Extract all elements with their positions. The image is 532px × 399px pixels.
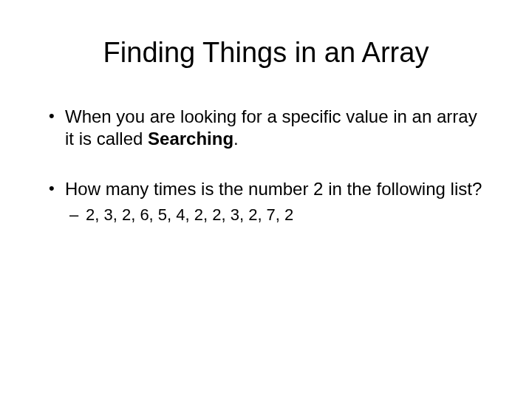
bullet-text: How many times is the number 2 in the fo…: [65, 179, 482, 199]
bullet-text-before: When you are looking for a specific valu…: [65, 106, 477, 149]
subbullet-item: 2, 3, 2, 6, 5, 4, 2, 2, 3, 2, 7, 2: [65, 205, 488, 225]
bullet-bold-term: Searching: [148, 129, 233, 149]
slide: Finding Things in an Array When you are …: [0, 0, 532, 399]
bullet-text-after: .: [233, 129, 239, 149]
slide-title: Finding Things in an Array: [44, 37, 488, 69]
bullet-list: When you are looking for a specific valu…: [44, 106, 488, 225]
bullet-item: How many times is the number 2 in the fo…: [44, 178, 488, 225]
bullet-item: When you are looking for a specific valu…: [44, 106, 488, 150]
subbullet-list: 2, 3, 2, 6, 5, 4, 2, 2, 3, 2, 7, 2: [65, 205, 488, 225]
